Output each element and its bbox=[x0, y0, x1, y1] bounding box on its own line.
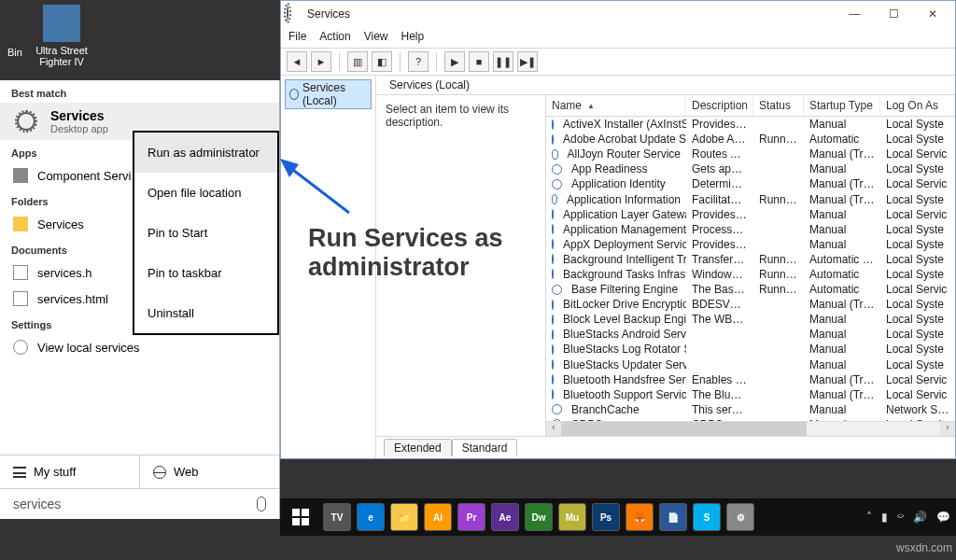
taskbar-app[interactable]: Ae bbox=[491, 503, 519, 531]
col-startup: Startup Type bbox=[804, 95, 880, 116]
service-row[interactable]: Background Intelligent Tran…Transfers fi… bbox=[546, 252, 955, 267]
ctx-uninstall[interactable]: Uninstall bbox=[134, 293, 277, 333]
gear-icon bbox=[552, 269, 554, 279]
menu-action[interactable]: Action bbox=[319, 30, 350, 43]
restart-service-button[interactable]: ▶❚ bbox=[517, 51, 538, 72]
battery-icon[interactable]: ▮ bbox=[881, 511, 888, 524]
service-row[interactable]: Bluetooth Support ServiceThe Bluetoo…Man… bbox=[546, 387, 955, 402]
gear-icon bbox=[552, 209, 554, 219]
minimize-button[interactable]: — bbox=[837, 4, 871, 24]
search-scope-web[interactable]: Web bbox=[140, 455, 279, 488]
show-hide-tree-button[interactable]: ▥ bbox=[347, 51, 368, 72]
menu-help[interactable]: Help bbox=[401, 30, 425, 43]
service-row[interactable]: Bluetooth Handsfree ServiceEnables wir…M… bbox=[546, 372, 955, 387]
taskbar-app[interactable]: Dw bbox=[525, 503, 553, 531]
titlebar[interactable]: Services — ☐ ✕ bbox=[281, 1, 955, 27]
menu-file[interactable]: File bbox=[288, 30, 306, 43]
service-row[interactable]: BlueStacks Updater ServiceManualLocal Sy… bbox=[546, 357, 955, 372]
service-row[interactable]: BranchCacheThis service …ManualNetwork S… bbox=[546, 402, 955, 417]
taskbar-app[interactable]: Mu bbox=[558, 503, 586, 531]
service-description: Provides inf… bbox=[686, 238, 753, 251]
service-row[interactable]: Background Tasks Infrastru…Windows in…Ru… bbox=[546, 267, 955, 282]
gear-icon bbox=[13, 108, 39, 134]
service-row[interactable]: ActiveX Installer (AxInstSV)Provides Us…… bbox=[546, 117, 955, 132]
service-row[interactable]: Application InformationFacilitates t…Run… bbox=[546, 191, 955, 206]
search-input[interactable]: services bbox=[13, 497, 61, 511]
service-row[interactable]: BlueStacks Log Rotator Serv…ManualLocal … bbox=[546, 342, 955, 357]
service-row[interactable]: Adobe Acrobat Update Serv…Adobe Acro…Run… bbox=[546, 132, 955, 147]
close-button[interactable]: ✕ bbox=[916, 4, 949, 24]
service-row[interactable]: Application ManagementProcesses in…Manua… bbox=[546, 222, 955, 237]
scroll-left-button[interactable]: ‹ bbox=[546, 422, 561, 436]
service-row[interactable]: BitLocker Drive Encryption …BDESVC hos…M… bbox=[546, 297, 955, 312]
gear-icon bbox=[552, 315, 554, 325]
settings-item-view-local-services[interactable]: View local services bbox=[0, 334, 279, 360]
search-scope-mystuff[interactable]: My stuff bbox=[0, 455, 140, 488]
service-name: AppX Deployment Service (… bbox=[563, 238, 686, 251]
tab-label: Web bbox=[174, 465, 199, 479]
service-name: BlueStacks Updater Service bbox=[563, 358, 686, 371]
ctx-open-file-location[interactable]: Open file location bbox=[134, 173, 277, 213]
taskbar-app[interactable]: 🦊 bbox=[626, 503, 654, 531]
taskbar-app[interactable]: Ai bbox=[424, 503, 452, 531]
taskbar-app[interactable]: 📁 bbox=[390, 503, 418, 531]
pause-service-button[interactable]: ❚❚ bbox=[493, 51, 513, 72]
result-title: Services bbox=[50, 108, 108, 123]
maximize-button[interactable]: ☐ bbox=[877, 4, 910, 24]
nav-forward-button[interactable]: ► bbox=[311, 51, 331, 72]
ctx-run-as-administrator[interactable]: Run as administrator bbox=[134, 133, 277, 173]
taskbar-app[interactable]: TV bbox=[323, 503, 351, 531]
tray-overflow-caret[interactable]: ˄ bbox=[866, 511, 872, 524]
tab-extended[interactable]: Extended bbox=[384, 439, 452, 456]
service-name: Bluetooth Support Service bbox=[563, 388, 686, 401]
service-row[interactable]: Base Filtering EngineThe Base Fil…Runnin… bbox=[546, 282, 955, 297]
service-logon: Local Servic bbox=[880, 208, 955, 221]
volume-icon[interactable]: 🔊 bbox=[913, 511, 927, 524]
service-row[interactable]: App ReadinessGets apps re…ManualLocal Sy… bbox=[546, 161, 955, 176]
scroll-right-button[interactable]: › bbox=[940, 422, 955, 436]
service-row[interactable]: BlueStacks Android ServiceManualLocal Sy… bbox=[546, 327, 955, 342]
service-logon: Network S… bbox=[880, 403, 955, 416]
col-description: Description bbox=[686, 95, 753, 116]
service-row[interactable]: Application IdentityDetermines …Manual (… bbox=[546, 176, 955, 191]
service-status: Running bbox=[753, 133, 804, 146]
service-logon: Local Syste bbox=[880, 253, 955, 266]
properties-button[interactable]: ◧ bbox=[372, 51, 392, 72]
taskbar-app[interactable]: S bbox=[693, 503, 721, 531]
service-startup: Manual bbox=[804, 328, 880, 341]
nav-back-button[interactable]: ◄ bbox=[287, 51, 307, 72]
service-name: Application Management bbox=[563, 223, 686, 236]
annotation-arrow bbox=[276, 155, 360, 224]
service-row[interactable]: Block Level Backup Engine …The WBENG…Man… bbox=[546, 312, 955, 327]
help-button[interactable]: ? bbox=[408, 51, 429, 72]
scroll-thumb[interactable] bbox=[561, 422, 807, 436]
system-tray[interactable]: ˄ ▮ ⌔ 🔊 💬 bbox=[866, 511, 950, 524]
microphone-icon[interactable] bbox=[257, 497, 266, 511]
notifications-icon[interactable]: 💬 bbox=[936, 511, 950, 524]
service-name: BitLocker Drive Encryption … bbox=[563, 298, 686, 311]
taskbar-app[interactable]: 📄 bbox=[659, 503, 687, 531]
ctx-pin-to-start[interactable]: Pin to Start bbox=[134, 213, 277, 253]
desktop-shortcut[interactable]: Ultra Street Fighter IV bbox=[34, 5, 90, 67]
service-name: Background Intelligent Tran… bbox=[563, 253, 686, 266]
taskbar-app[interactable]: Pr bbox=[457, 503, 485, 531]
service-row[interactable]: AllJoyn Router ServiceRoutes AllJo…Manua… bbox=[546, 147, 955, 161]
wifi-icon[interactable]: ⌔ bbox=[897, 511, 904, 524]
menu-view[interactable]: View bbox=[364, 30, 388, 43]
service-logon: Local Syste bbox=[880, 268, 955, 281]
horizontal-scrollbar[interactable]: ‹ › bbox=[546, 421, 955, 436]
tab-standard[interactable]: Standard bbox=[452, 439, 518, 456]
start-service-button[interactable]: ▶ bbox=[444, 51, 465, 72]
search-input-row[interactable]: services bbox=[0, 488, 279, 519]
tree-item-services-local[interactable]: Services (Local) bbox=[285, 79, 372, 109]
service-row[interactable]: AppX Deployment Service (…Provides inf…M… bbox=[546, 237, 955, 252]
ctx-pin-to-taskbar[interactable]: Pin to taskbar bbox=[134, 253, 277, 293]
start-button[interactable] bbox=[286, 502, 316, 532]
column-headers[interactable]: Name▲ Description Status Startup Type Lo… bbox=[546, 95, 955, 117]
service-startup: Manual (Trig… bbox=[804, 193, 880, 206]
taskbar-app[interactable]: Ps bbox=[592, 503, 620, 531]
taskbar-app[interactable]: ⚙ bbox=[726, 503, 754, 531]
service-row[interactable]: Application Layer Gateway …Provides su…M… bbox=[546, 207, 955, 222]
stop-service-button[interactable]: ■ bbox=[469, 51, 489, 72]
taskbar-app[interactable]: e bbox=[357, 503, 385, 531]
